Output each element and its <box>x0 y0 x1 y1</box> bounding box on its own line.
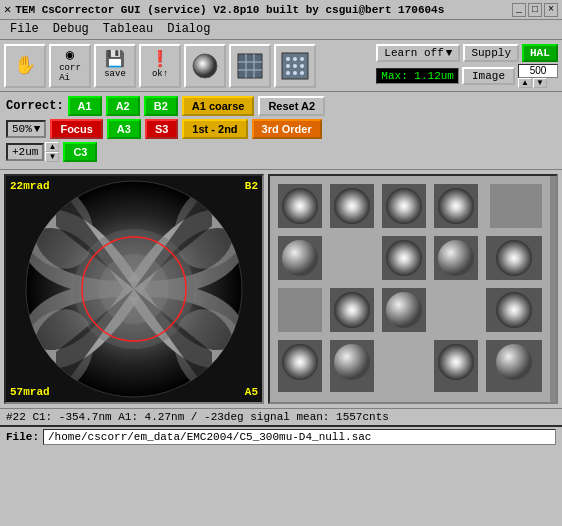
stepper-value: +2um <box>6 143 44 161</box>
svg-point-61 <box>496 344 532 380</box>
label-bottom-right: A5 <box>245 386 258 398</box>
title-bar: ✕ TEM CsCorrector GUI (service) V2.8p10 … <box>0 0 562 20</box>
menu-dialog[interactable]: Dialog <box>161 22 216 37</box>
close-button[interactable]: × <box>544 3 558 17</box>
ok-icon: ❗ <box>150 52 170 68</box>
learn-off-label: Learn off <box>384 47 443 59</box>
pct-dropdown[interactable]: 50% ▼ <box>6 120 46 138</box>
save-icon: 💾 <box>105 52 125 68</box>
controls-row-2: 50% ▼ Focus A3 S3 1st - 2nd 3rd Order <box>6 119 556 139</box>
svg-point-7 <box>286 57 290 61</box>
image-value-input[interactable] <box>518 64 558 78</box>
label-top-left: 22mrad <box>10 180 50 192</box>
diffractogram-image <box>270 176 550 404</box>
svg-point-37 <box>282 240 318 276</box>
title-bar-left: ✕ TEM CsCorrector GUI (service) V2.8p10 … <box>4 2 444 17</box>
hand-tool-button[interactable]: ✋ <box>4 44 46 88</box>
svg-rect-45 <box>278 288 322 332</box>
a3-button[interactable]: A3 <box>107 119 141 139</box>
ok-button[interactable]: ❗ ok↑ <box>139 44 181 88</box>
status-bar: #22 C1: -354.7nm A1: 4.27nm / -23deg sig… <box>0 408 562 425</box>
dots-icon <box>281 52 309 80</box>
a2-button[interactable]: A2 <box>106 96 140 116</box>
reset-a2-button[interactable]: Reset A2 <box>258 96 325 116</box>
stepper-down[interactable]: ▼ <box>45 152 59 162</box>
label-top-right: B2 <box>245 180 258 192</box>
window-icon: ✕ <box>4 2 11 17</box>
svg-point-10 <box>286 64 290 68</box>
dots-tool-button[interactable] <box>274 44 316 88</box>
file-label: File: <box>6 431 39 443</box>
grid-tool-button[interactable] <box>229 44 271 88</box>
s3-button[interactable]: S3 <box>145 119 178 139</box>
toolbar-row1: Learn off ▼ Supply HAL <box>376 44 558 62</box>
svg-point-52 <box>496 292 532 328</box>
toolbar-right: Learn off ▼ Supply HAL Max: 1.12um Image… <box>376 44 558 88</box>
svg-point-49 <box>386 292 422 328</box>
supply-label: Supply <box>471 47 511 59</box>
svg-point-15 <box>300 71 304 75</box>
image-label: Image <box>472 70 505 82</box>
correct-label: Correct: <box>6 99 64 113</box>
menu-debug[interactable]: Debug <box>47 22 95 37</box>
image-spinner-up[interactable]: ▲ <box>518 78 532 88</box>
svg-point-40 <box>386 240 422 276</box>
svg-point-59 <box>438 344 474 380</box>
stepper-buttons: ▲ ▼ <box>45 142 59 162</box>
right-image-panel <box>268 174 558 404</box>
svg-point-24 <box>99 254 169 324</box>
svg-point-34 <box>438 188 474 224</box>
first-second-button[interactable]: 1st - 2nd <box>182 119 247 139</box>
svg-point-9 <box>300 57 304 61</box>
svg-point-14 <box>293 71 297 75</box>
controls-section: Correct: A1 A2 B2 A1 coarse Reset A2 50%… <box>0 92 562 170</box>
svg-point-30 <box>334 188 370 224</box>
svg-point-47 <box>334 292 370 328</box>
svg-point-0 <box>193 54 217 78</box>
image-spinner-buttons: ▲ ▼ <box>518 78 558 88</box>
svg-point-42 <box>438 240 474 276</box>
toolbar-row2: Max: 1.12um Image ▲ ▼ <box>376 64 558 88</box>
pct-label: 50% <box>12 123 32 135</box>
hand-icon: ✋ <box>14 57 36 75</box>
file-bar: File: /home/cscorr/em_data/EMC2004/C5_30… <box>0 425 562 447</box>
save-button[interactable]: 💾 save <box>94 44 136 88</box>
menu-file[interactable]: File <box>4 22 45 37</box>
b2-button[interactable]: B2 <box>144 96 178 116</box>
max-value-label: Max: 1.12um <box>376 68 459 84</box>
svg-point-32 <box>386 188 422 224</box>
image-spinner-down[interactable]: ▼ <box>533 78 547 88</box>
svg-rect-1 <box>238 54 262 78</box>
hal-button[interactable]: HAL <box>522 44 558 62</box>
grid-icon <box>236 52 264 80</box>
corr-icon: ◉ <box>66 48 74 62</box>
svg-rect-35 <box>490 184 542 228</box>
focus-button[interactable]: Focus <box>50 119 102 139</box>
minimize-button[interactable]: _ <box>512 3 526 17</box>
save-label: save <box>104 69 126 79</box>
c3-button[interactable]: C3 <box>63 142 97 162</box>
menu-tableau[interactable]: Tableau <box>97 22 159 37</box>
third-order-button[interactable]: 3rd Order <box>252 119 322 139</box>
supply-button[interactable]: Supply <box>463 44 519 62</box>
corr-ai-button[interactable]: ◉ corrAi <box>49 44 91 88</box>
title-bar-controls: _ □ × <box>512 3 558 17</box>
learn-off-button[interactable]: Learn off ▼ <box>376 44 460 62</box>
stepper-up[interactable]: ▲ <box>45 142 59 152</box>
circle-tool-button[interactable] <box>184 44 226 88</box>
svg-point-56 <box>334 344 370 380</box>
pct-dropdown-icon: ▼ <box>34 123 41 135</box>
svg-point-13 <box>286 71 290 75</box>
ronchigram-image <box>6 176 262 402</box>
window-title: TEM CsCorrector GUI (service) V2.8p10 bu… <box>15 4 444 16</box>
svg-point-12 <box>300 64 304 68</box>
a1-coarse-button[interactable]: A1 coarse <box>182 96 255 116</box>
image-button[interactable]: Image <box>462 67 515 85</box>
image-spinner: ▲ ▼ <box>518 64 558 88</box>
a1-button[interactable]: A1 <box>68 96 102 116</box>
maximize-button[interactable]: □ <box>528 3 542 17</box>
controls-row-3: +2um ▲ ▼ C3 <box>6 142 556 162</box>
file-path-display: /home/cscorr/em_data/EMC2004/C5_300mu-D4… <box>43 429 556 445</box>
toolbar: ✋ ◉ corrAi 💾 save ❗ ok↑ <box>0 40 562 92</box>
ok-label: ok↑ <box>152 69 168 79</box>
